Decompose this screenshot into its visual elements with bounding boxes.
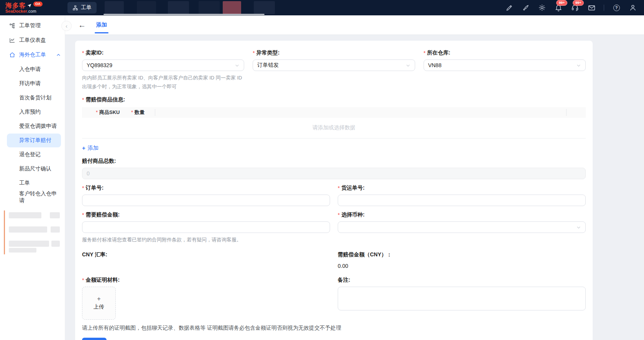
home-icon (9, 52, 15, 58)
field-shipping-no: *货运单号: (338, 185, 586, 206)
sidebar-subitem-aiya-transfer[interactable]: 爱亚仓调拨申请 (7, 119, 61, 133)
warehouse-value: VN88 (428, 62, 442, 68)
chevron-down-icon (576, 225, 581, 230)
sidebar-item-workorder-dashboard[interactable]: 工单仪表盘 (0, 33, 65, 48)
redacted-tab[interactable] (199, 1, 220, 14)
order-no-input[interactable] (82, 195, 330, 206)
submit-button[interactable]: 提交 (82, 338, 107, 340)
shipping-no-input[interactable] (338, 195, 586, 206)
goods-table-empty: 请添加或选择数据 (82, 118, 586, 139)
back-button[interactable]: ← (78, 21, 86, 29)
warehouse-select[interactable]: VN88 (424, 59, 586, 71)
pen-icon[interactable] (505, 3, 513, 12)
sidebar-subitem-newproduct-size-confirm[interactable]: 新品尺寸确认 (7, 162, 61, 176)
field-cny-rate: CNY 汇率: (82, 251, 330, 269)
remark-textarea[interactable] (338, 287, 586, 310)
sidebar-subitem-customer-transfer-inbound[interactable]: 客户转仓入仓申请 (7, 190, 61, 204)
logo-en-text: SeaDocker (5, 9, 27, 13)
field-label: *需要赔偿金额: (82, 211, 330, 218)
sidebar-subitem-abnormal-order-compensation[interactable]: 异常订单赔付 (7, 134, 61, 147)
sidebar-item-label: 工单仪表盘 (19, 37, 46, 44)
sidebar-accent-line (4, 210, 5, 254)
currency-select[interactable] (338, 221, 586, 233)
brush-icon[interactable] (521, 3, 530, 12)
customer-service-icon[interactable]: 99+ (571, 3, 579, 12)
redacted-tab[interactable] (254, 1, 275, 14)
sidebar-subitem-inbound-apply[interactable]: 入仓申请 (7, 63, 61, 76)
add-goods-button[interactable]: +添加 (82, 145, 99, 152)
redacted-tab[interactable] (105, 1, 124, 14)
abnormal-type-value: 订单错发 (257, 62, 279, 69)
column-divider (155, 109, 155, 116)
field-cny-amount: 需赔偿金额（CNY）： 0.00 (338, 251, 586, 269)
field-label: *订单号: (82, 185, 330, 191)
redacted-tab[interactable] (223, 1, 241, 14)
total-qty-input (82, 168, 586, 179)
sidebar-subitem-visit-apply[interactable]: 拜访申请 (7, 77, 61, 91)
redacted-menu-item[interactable] (51, 241, 60, 247)
field-seller-id: *卖家ID: YQ898329 向内部员工展示所有卖家 ID、向客户展示客户自己… (82, 50, 244, 91)
sidebar-subitem-return-register[interactable]: 退仓登记 (7, 148, 61, 162)
topbar-divider (604, 5, 604, 11)
plus-icon: + (97, 295, 100, 302)
topbar-tab-workorder[interactable]: 工单 (67, 2, 97, 13)
bell-badge: 99+ (556, 0, 567, 6)
upload-button[interactable]: + 上传 (82, 287, 116, 320)
field-label: *卖家ID: (82, 50, 244, 56)
sidebar-item-label: 工单管理 (19, 22, 41, 29)
redacted-menu-item[interactable] (51, 226, 60, 233)
form-card: *卖家ID: YQ898329 向内部员工展示所有卖家 ID、向客户展示客户自己… (75, 41, 593, 340)
goods-info-label: *需赔偿商品信息: (82, 96, 586, 103)
redacted-menu-item[interactable] (9, 212, 41, 218)
sidebar-item-workorder-mgmt[interactable]: 工单管理 (0, 18, 65, 33)
field-order-no: *订单号: (82, 185, 330, 206)
field-label: *所在仓库: (424, 50, 586, 56)
user-icon[interactable] (629, 3, 637, 12)
form-row-proof: *金额证明材料: + 上传 备注: (82, 277, 586, 320)
form-row-orderno: *订单号: *货运单号: (82, 185, 586, 206)
redacted-menu-item[interactable] (9, 248, 36, 253)
topbar-tab-label: 工单 (81, 4, 92, 11)
help-icon[interactable]: ? (612, 3, 621, 12)
collapse-chevron: ‹ (66, 23, 67, 29)
seller-id-select[interactable]: YQ898329 (82, 59, 244, 71)
bell-icon[interactable]: 99+ (554, 3, 563, 12)
gear-icon[interactable] (538, 3, 546, 12)
seller-id-value: YQ898329 (87, 62, 112, 68)
sidebar-subitem-first-stock-plan[interactable]: 首次备货计划 (7, 91, 61, 105)
field-currency: *选择币种: (338, 211, 586, 244)
sidebar-subitem-workorder[interactable]: 工单 (7, 176, 61, 190)
redacted-tab[interactable] (137, 1, 156, 14)
chevron-down-icon (406, 63, 411, 68)
service-badge: 99+ (573, 0, 584, 6)
redacted-menu-item[interactable] (9, 226, 47, 233)
field-label: *货运单号: (338, 185, 586, 191)
tab-add[interactable]: 添加 (96, 21, 107, 28)
logo-oa-badge: OA (33, 2, 43, 7)
tabstrip-scrollbar[interactable] (104, 14, 264, 15)
goods-col-qty: *数量 (131, 109, 155, 116)
field-label: 赔付商品总数: (82, 158, 586, 165)
sidebar-group-overseas-warehouse[interactable]: 海外仓工单 (0, 48, 65, 62)
page-header: ← 添加 (65, 15, 644, 35)
logo-tld-text: .com (27, 9, 36, 13)
chevron-up-icon (56, 53, 61, 58)
abnormal-type-select[interactable]: 订单错发 (253, 59, 415, 71)
main-content: ← 添加 *卖家ID: YQ898329 向内部员工展示所有卖家 ID、向客户展… (65, 15, 644, 340)
field-proof: *金额证明材料: + 上传 (82, 277, 330, 320)
redacted-menu-item[interactable] (50, 212, 60, 218)
sidebar-subitem-inbound-booking[interactable]: 入库预约 (7, 105, 61, 119)
field-label: 备注: (338, 277, 586, 284)
goods-col-sku: *商品SKU (96, 109, 131, 116)
field-total-qty: 赔付商品总数: (82, 158, 586, 179)
redacted-tab[interactable] (168, 1, 189, 14)
sidebar: 工单管理 工单仪表盘 海外仓工单 入仓申请 拜访申请 首次备货计划 入库预约 爱… (0, 15, 65, 340)
amount-input[interactable] (82, 221, 330, 233)
org-nodes-icon (9, 23, 15, 29)
field-label: *异常类型: (253, 50, 415, 56)
mail-icon[interactable] (587, 3, 596, 12)
topbar: 海多客 OA SeaDocker.com 工单 99+ (0, 0, 644, 15)
chevron-down-icon (576, 63, 581, 68)
redacted-menu-item[interactable] (9, 241, 49, 247)
sidebar-collapse-button[interactable]: ‹ (61, 21, 72, 31)
